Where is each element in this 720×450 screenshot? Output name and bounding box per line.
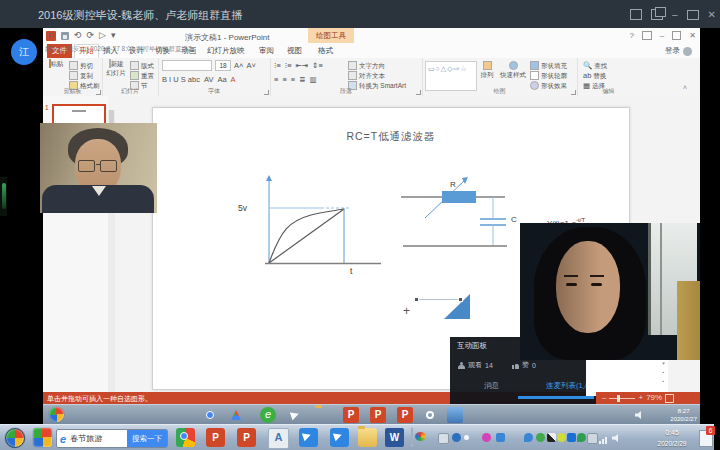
flower-tray-icon[interactable]: [482, 433, 491, 442]
speaker-icon[interactable]: [612, 434, 622, 442]
zoom-slider[interactable]: [609, 398, 635, 399]
font-size-combobox[interactable]: 18: [215, 60, 231, 71]
a-app-icon[interactable]: A: [268, 428, 289, 449]
powerpoint-taskbar-icon[interactable]: P: [343, 407, 359, 423]
ribbon-options-icon[interactable]: [642, 31, 652, 40]
bw-tray-icon[interactable]: [547, 433, 556, 442]
align-right-icon[interactable]: ≡: [291, 75, 295, 85]
ppt-close-button[interactable]: ✕: [689, 31, 696, 40]
paste-button[interactable]: 粘贴: [46, 60, 66, 69]
powerpoint-logo-icon[interactable]: P: [46, 31, 56, 41]
bluetooth-tray-icon[interactable]: [567, 433, 576, 442]
copy-button[interactable]: 复制: [69, 71, 100, 80]
line-spacing-icon[interactable]: ⇕≡: [312, 61, 323, 71]
powerpoint-taskbar-icon[interactable]: P: [370, 407, 386, 423]
align-left-icon[interactable]: ≡: [274, 75, 278, 85]
list-scrollbar[interactable]: ▾▪▪: [660, 359, 667, 386]
blue-arrow-app-icon[interactable]: [330, 428, 349, 447]
character-spacing-icon[interactable]: AV: [204, 75, 213, 85]
screen-share-icon[interactable]: [630, 9, 642, 20]
selection-handle[interactable]: [458, 297, 463, 302]
font-style-buttons[interactable]: B I U S abc: [162, 75, 200, 85]
remote-start-button[interactable]: [49, 407, 64, 422]
shape-fill-button[interactable]: 形状填充: [530, 61, 567, 70]
search-button[interactable]: 搜索一下: [127, 430, 167, 447]
powerpoint-taskbar-icon[interactable]: P: [206, 428, 225, 447]
blue-arrow-app-icon[interactable]: [299, 428, 318, 447]
redo-icon[interactable]: ⟳: [87, 30, 95, 41]
help-icon[interactable]: ?: [629, 31, 633, 40]
drawing-dialog-launcher[interactable]: [571, 90, 576, 95]
minimize-button[interactable]: –: [672, 10, 678, 20]
save-icon[interactable]: [61, 32, 69, 40]
maximize-button[interactable]: [687, 10, 699, 20]
remote-clock[interactable]: 8:27 2020/2/27: [670, 407, 697, 423]
pinwheel-app-icon[interactable]: [33, 428, 52, 447]
zoom-out-button[interactable]: –: [602, 393, 606, 403]
shield-tray-icon[interactable]: [524, 433, 533, 442]
student-webcam-video[interactable]: [520, 223, 700, 360]
streamer-avatar-bubble[interactable]: 江: [11, 39, 37, 65]
word-icon[interactable]: W: [385, 428, 404, 447]
shape-outline-button[interactable]: 形状轮廓: [530, 71, 567, 80]
paint-icon[interactable]: [411, 427, 413, 446]
font-name-combobox[interactable]: [162, 60, 212, 71]
powerpoint-taskbar-icon[interactable]: P: [397, 407, 413, 423]
teacher-webcam-video[interactable]: [40, 123, 157, 213]
reset-button[interactable]: 重置: [130, 71, 154, 80]
layers-icon[interactable]: [651, 9, 663, 20]
zoom-slider-thumb[interactable]: [617, 395, 620, 402]
taskbar-clock[interactable]: 0:45 2020/2/29: [648, 427, 696, 449]
indent-icons[interactable]: ⇤⇥: [296, 61, 309, 71]
start-button[interactable]: [5, 428, 25, 448]
numbering-icon[interactable]: ⁝≡: [285, 61, 292, 71]
align-text-button[interactable]: 对齐文本: [348, 71, 406, 80]
keyboard-tray-icon[interactable]: [438, 433, 449, 444]
ppt-restore-button[interactable]: [672, 31, 681, 40]
globe-tray-icon[interactable]: [452, 433, 461, 442]
font-color-icon[interactable]: A: [231, 75, 236, 85]
chrome-icon[interactable]: [176, 428, 195, 447]
paragraph-dialog-launcher[interactable]: [416, 90, 421, 95]
bullets-icon[interactable]: ⁝≡: [274, 61, 281, 71]
mic-list-panel[interactable]: ▾▪▪: [586, 358, 668, 396]
ppt-minimize-button[interactable]: –: [660, 31, 664, 40]
align-center-icon[interactable]: ≡: [282, 75, 286, 85]
green-browser-icon[interactable]: e: [260, 407, 276, 423]
tab-messages[interactable]: 消息: [484, 381, 499, 391]
remote-speaker-icon[interactable]: [635, 411, 645, 419]
grow-font-icon[interactable]: A˄: [234, 61, 243, 71]
search-input[interactable]: [68, 433, 130, 444]
selection-handle[interactable]: [414, 297, 419, 302]
columns-icon[interactable]: ▥: [309, 75, 316, 85]
slideshow-icon[interactable]: ▷: [99, 30, 106, 41]
font-dialog-launcher[interactable]: [264, 90, 269, 95]
explorer-folder-icon[interactable]: [358, 428, 377, 447]
change-case-icon[interactable]: Aa: [217, 75, 226, 85]
green-shield-tray-icon[interactable]: [577, 433, 586, 442]
quick-styles-button[interactable]: 快速样式: [498, 60, 528, 80]
blue-folder-icon[interactable]: [447, 407, 463, 423]
replace-button[interactable]: ab替换: [583, 71, 607, 80]
update-tray-icon[interactable]: [557, 433, 566, 442]
undo-icon[interactable]: ⟲: [74, 30, 82, 41]
network-signal-icon[interactable]: [599, 437, 607, 444]
cut-button[interactable]: 剪切: [69, 61, 100, 70]
screenshot-tray-icon[interactable]: [496, 433, 505, 442]
fit-to-window-icon[interactable]: [665, 394, 674, 403]
new-slide-button[interactable]: 新建 幻灯片: [104, 60, 128, 78]
shrink-font-icon[interactable]: A˅: [246, 61, 255, 71]
text-direction-button[interactable]: 文字方向: [348, 61, 406, 70]
collapse-ribbon-icon[interactable]: ˄: [683, 84, 687, 91]
zoom-in-button[interactable]: +: [638, 393, 643, 403]
zoom-percentage[interactable]: 79%: [646, 393, 662, 403]
clipboard-tray-icon[interactable]: [587, 433, 598, 444]
close-button[interactable]: ✕: [708, 10, 716, 20]
clipboard-dialog-launcher[interactable]: [96, 90, 101, 95]
justify-icon[interactable]: ≣: [299, 75, 305, 85]
dot-tray-icon[interactable]: [464, 435, 469, 440]
person-tray-icon[interactable]: [536, 433, 545, 442]
taskbar-search[interactable]: e 搜索一下: [56, 429, 168, 448]
tab-format[interactable]: 格式: [318, 44, 333, 58]
arrange-button[interactable]: 排列: [476, 60, 498, 80]
